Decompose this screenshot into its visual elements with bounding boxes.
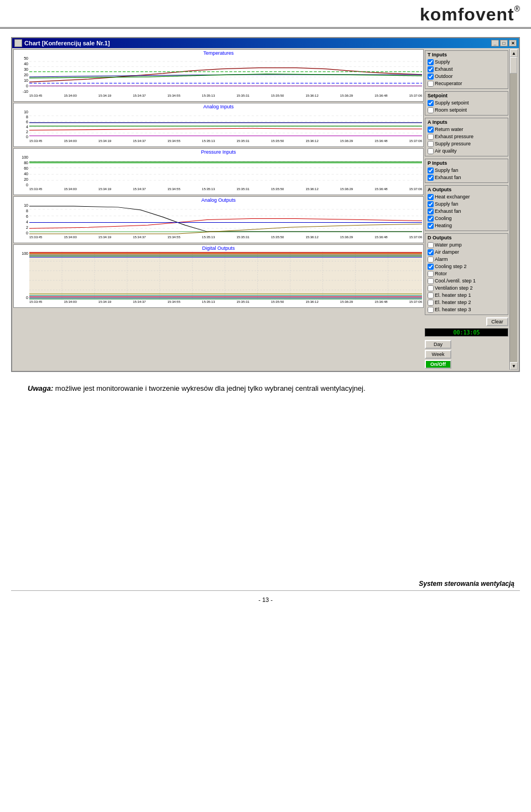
ai-svg: [29, 110, 422, 139]
chart-icon: [14, 39, 22, 47]
time-display: 00:13:05: [425, 328, 508, 337]
day-button[interactable]: Day: [425, 340, 451, 349]
ao-heating-check[interactable]: [428, 223, 434, 229]
titlebar-left: Chart [Konferencijų sale Nr.1]: [14, 39, 110, 47]
note-bold: Uwaga:: [28, 384, 53, 392]
el-heater1-row: El. heater step 1: [428, 292, 506, 299]
scroll-down-button[interactable]: ▼: [510, 362, 518, 370]
temp-svg: [29, 56, 422, 93]
logo: komfovent®: [420, 4, 520, 25]
air-quality-row: Air quality: [428, 148, 506, 155]
p-supply-fan-check[interactable]: [428, 167, 434, 174]
t-outdoor-check[interactable]: [428, 74, 434, 80]
ai-chart-area: [29, 110, 422, 139]
pressure-inputs-chart: Pressure Inputs 100806040200: [13, 148, 424, 195]
a-outputs-title: A Outputs: [428, 187, 506, 192]
svg-rect-18: [29, 252, 422, 300]
ao-title: Analog Outputs: [14, 197, 423, 203]
pi-svg: [29, 155, 422, 187]
right-panel-scrollbar[interactable]: ▲ ▼: [509, 49, 517, 370]
air-damper-check[interactable]: [428, 249, 434, 255]
ao-cooling-check[interactable]: [428, 216, 434, 222]
ao-exhaust-fan-check[interactable]: [428, 208, 434, 214]
t-recuperator-check[interactable]: [428, 81, 434, 87]
charts-left: Temperatures 50403020100-10: [13, 49, 424, 370]
cool-ventil-check[interactable]: [428, 278, 434, 284]
titlebar-buttons[interactable]: _ □ ✕: [491, 40, 517, 46]
pi-xaxis: 15:33:4515:34:0015:34:1915:34:3715:34:55…: [29, 187, 422, 195]
ai-xaxis: 15:33:4515:34:0015:34:1915:34:3715:34:55…: [29, 139, 422, 146]
room-setpoint-check[interactable]: [428, 107, 434, 113]
ao-cooling-row: Cooling: [428, 215, 506, 222]
do-xaxis: 15:33:4515:34:0015:34:1915:34:3715:34:55…: [29, 300, 422, 307]
air-damper-row: Air damper: [428, 249, 506, 256]
supply-setpoint-row: Supply setpoint: [428, 99, 506, 107]
d-outputs-title: D Outputs: [428, 235, 506, 240]
temp-xaxis: 15:33:4515:34:0015:34:1915:34:3715:34:55…: [29, 93, 422, 101]
charts-right: T Inputs Supply Exhaust Outdoor Recupera…: [424, 49, 509, 370]
chart-window: Chart [Konferencijų sale Nr.1] _ □ ✕ Tem…: [11, 37, 520, 372]
t-supply-row: Supply: [428, 59, 506, 66]
water-pump-row: Water pump: [428, 242, 506, 249]
clear-time-row: Clear: [425, 317, 508, 326]
right-panel-container: T Inputs Supply Exhaust Outdoor Recupera…: [424, 49, 518, 370]
supply-pressure-row: Supply pressure: [428, 140, 506, 148]
t-supply-check[interactable]: [428, 59, 434, 65]
ao-heating-row: Heating: [428, 222, 506, 229]
vent-step2-check[interactable]: [428, 285, 434, 291]
chart-body: Temperatures 50403020100-10: [12, 48, 519, 371]
digital-outputs-chart: Digital Outputs 1000: [13, 244, 424, 308]
analog-inputs-title: Analog Inputs: [14, 104, 423, 109]
setpoint-title: Setpoint: [428, 93, 506, 98]
close-button[interactable]: ✕: [509, 40, 517, 46]
return-water-check[interactable]: [428, 127, 434, 133]
t-exhaust-check[interactable]: [428, 66, 434, 72]
t-inputs-title: T Inputs: [428, 52, 506, 57]
heat-exchanger-row: Heat exchanger: [428, 193, 506, 201]
p-exhaust-fan-row: Exhaust fan: [428, 174, 506, 181]
clear-button[interactable]: Clear: [486, 317, 508, 326]
scroll-up-button[interactable]: ▲: [510, 49, 518, 57]
rotor-row: Rotor: [428, 270, 506, 277]
supply-setpoint-check[interactable]: [428, 100, 434, 106]
header: komfovent®: [0, 0, 531, 29]
ao-xaxis: 15:33:4515:34:0015:34:1915:34:3715:34:55…: [29, 235, 422, 243]
supply-pressure-check[interactable]: [428, 141, 434, 147]
temp-chart-area: [29, 56, 422, 93]
onoff-button[interactable]: On/Off: [425, 360, 451, 369]
el-heater2-check[interactable]: [428, 300, 434, 306]
day-week-onoff: Day Week On/Off: [425, 340, 508, 369]
vent-step2-row: Ventilation step 2: [428, 285, 506, 292]
a-inputs-title: A Inputs: [428, 119, 506, 125]
pi-chart-area: [29, 155, 422, 187]
p-inputs-section: P Inputs Supply fan Exhaust fan: [425, 159, 508, 183]
el-heater3-row: El. heater step 3: [428, 306, 506, 313]
heat-exchanger-check[interactable]: [428, 194, 434, 200]
setpoint-section: Setpoint Supply setpoint Room setpoint: [425, 91, 508, 116]
ao-supply-fan-row: Supply fan: [428, 201, 506, 208]
analog-inputs-chart: Analog Inputs 1086420: [13, 103, 424, 147]
exhaust-pressure-check[interactable]: [428, 134, 434, 140]
do-title: Digital Outputs: [14, 245, 423, 251]
a-outputs-section: A Outputs Heat exchanger Supply fan Exha…: [425, 185, 508, 231]
cooling-step2-check[interactable]: [428, 264, 434, 270]
scroll-thumb[interactable]: [510, 57, 517, 74]
t-recuperator-row: Recuperator: [428, 80, 506, 87]
ao-supply-fan-check[interactable]: [428, 201, 434, 207]
cooling-step2-row: Cooling step 2: [428, 263, 506, 270]
t-outdoor-row: Outdoor: [428, 73, 506, 80]
p-exhaust-fan-check[interactable]: [428, 175, 434, 181]
air-quality-check[interactable]: [428, 148, 434, 154]
minimize-button[interactable]: _: [491, 40, 499, 46]
do-chart-area: [29, 252, 422, 300]
el-heater1-check[interactable]: [428, 292, 434, 298]
el-heater3-check[interactable]: [428, 307, 434, 313]
cool-ventil-row: Cool./ventil. step 1: [428, 277, 506, 285]
week-button[interactable]: Week: [425, 350, 451, 359]
rotor-check[interactable]: [428, 271, 434, 277]
temperatures-title: Temperatures: [14, 50, 423, 56]
p-inputs-title: P Inputs: [428, 160, 506, 166]
alarm-check[interactable]: [428, 256, 434, 263]
water-pump-check[interactable]: [428, 242, 434, 248]
maximize-button[interactable]: □: [500, 40, 508, 46]
